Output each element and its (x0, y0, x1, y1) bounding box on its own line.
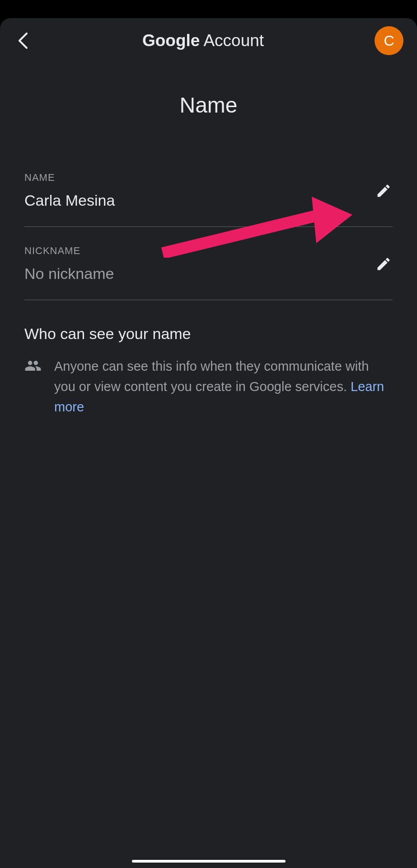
name-field-group: NAME Carla Mesina (24, 172, 393, 227)
name-value: Carla Mesina (24, 192, 393, 209)
edit-name-button[interactable] (375, 182, 393, 200)
content: NAME Carla Mesina NICKNAME No nickname W… (0, 172, 417, 417)
visibility-info-row: Anyone can see this info when they commu… (24, 356, 393, 417)
pencil-icon (375, 256, 392, 272)
home-indicator[interactable] (132, 860, 286, 863)
edit-nickname-button[interactable] (375, 255, 393, 273)
avatar-initial: C (384, 33, 394, 49)
page-title: Name (0, 93, 417, 118)
header-title-section: Account (203, 31, 264, 50)
header-title: Google Account (142, 31, 264, 50)
people-icon (24, 357, 42, 374)
avatar[interactable]: C (375, 26, 403, 55)
nickname-value: No nickname (24, 265, 393, 283)
app-screen: Google Account C Name NAME Carla Mesina … (0, 18, 417, 868)
nickname-label: NICKNAME (24, 245, 393, 257)
back-button[interactable] (14, 32, 32, 50)
header-title-brand: Google (142, 31, 200, 50)
visibility-info-prefix: Anyone can see this info when they commu… (54, 359, 369, 394)
chevron-left-icon (18, 33, 28, 49)
visibility-section-title: Who can see your name (24, 325, 393, 343)
header: Google Account C (0, 18, 417, 63)
name-label: NAME (24, 172, 393, 184)
nickname-field-group: NICKNAME No nickname (24, 245, 393, 300)
pencil-icon (375, 183, 392, 199)
visibility-info-text: Anyone can see this info when they commu… (54, 356, 393, 417)
